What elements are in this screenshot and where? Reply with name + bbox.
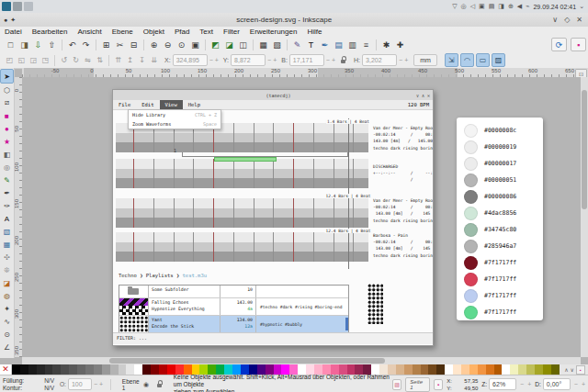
window-list-icon[interactable]: ▣	[479, 3, 485, 10]
zoom-input[interactable]: 62%	[489, 378, 516, 390]
rotation-plus-icon[interactable]: +	[582, 381, 585, 387]
select-all-layers-icon[interactable]: ◱	[16, 54, 28, 67]
scale-patterns-toggle[interactable]: ▨	[492, 53, 505, 67]
deselect-icon[interactable]: ◲	[28, 54, 40, 67]
height-field-input[interactable]: 3,202	[362, 54, 397, 66]
rotation-reset-icon[interactable]: ⟳	[551, 38, 567, 51]
close-icon[interactable]: ✕	[576, 16, 582, 24]
library-scrollbar-thumb[interactable]	[345, 318, 348, 330]
vertical-scrollbar[interactable]	[581, 77, 588, 357]
arrow-left-icon[interactable]: ◁	[470, 3, 475, 10]
palette-swatch[interactable]	[436, 364, 445, 375]
palette-swatch[interactable]	[445, 364, 453, 375]
redo-icon[interactable]: ↷	[79, 39, 93, 51]
spray-tool-icon[interactable]: ❊	[1, 263, 13, 276]
taskbar-launchers[interactable]	[2, 2, 33, 11]
palette-swatch[interactable]	[551, 364, 560, 375]
tray-expand-icon[interactable]: ⌄	[579, 3, 584, 10]
pencil-tool-icon[interactable]: ✎	[1, 174, 13, 186]
box3d-tool-icon[interactable]: ◧	[1, 148, 13, 161]
preferences-icon[interactable]: ✚	[393, 39, 407, 51]
open-document-icon[interactable]: ◨	[17, 39, 31, 51]
palette-swatch[interactable]	[151, 364, 159, 375]
palette-swatch[interactable]	[61, 364, 69, 375]
zoom-minus-icon[interactable]: −	[520, 381, 524, 387]
shape-builder-tool-icon[interactable]: ⧄	[1, 96, 13, 109]
command-toolbar-right[interactable]: ⟳▪	[551, 38, 586, 51]
palette-swatch[interactable]	[94, 364, 102, 375]
maximize-icon[interactable]: ◇	[564, 16, 570, 24]
zoom-control[interactable]: Z: 62% − +	[481, 378, 531, 390]
palette-swatch[interactable]	[428, 364, 436, 375]
zoom-out-icon[interactable]: ⊖	[161, 39, 175, 51]
palette-swatch[interactable]	[69, 364, 77, 375]
palette-swatch[interactable]	[510, 364, 518, 375]
palette-swatch[interactable]	[37, 364, 45, 375]
command-toolbar[interactable]: □◨⇩⇧↶↷⊞✂⊟⊕⊖⊙▣◩◪◫▦▧✎T✒▤▥≡✱✚ ⟳▪	[0, 37, 588, 53]
zoom-1to1-icon[interactable]: ⊙	[175, 39, 188, 51]
palette-swatch[interactable]	[518, 364, 526, 375]
zoom-tool-icon[interactable]: ⊙	[1, 328, 13, 341]
fill-tool-icon[interactable]: ◍	[1, 289, 13, 302]
palette-swatch[interactable]	[469, 364, 478, 375]
spiral-tool-icon[interactable]: ◎	[1, 161, 13, 174]
export-icon[interactable]: ⇧	[45, 39, 59, 51]
palette-swatch[interactable]	[478, 364, 486, 375]
horizontal-scrollbar-thumb[interactable]	[109, 358, 385, 364]
node-tool-icon[interactable]: ⬡	[1, 84, 13, 96]
tool-options-fields[interactable]: X:324,895−+Y:8,872−+B:17,171−+H:3,202−+	[160, 54, 408, 66]
dropper-tool-icon[interactable]: ✦	[1, 302, 13, 315]
lower-to-bottom-icon[interactable]: ⇊	[148, 54, 160, 67]
network-icon[interactable]: ⌁	[526, 3, 529, 10]
measure-tool-icon[interactable]: ∠	[1, 341, 13, 353]
palette-swatch[interactable]	[126, 364, 134, 375]
stroke-value[interactable]: N/V	[44, 385, 54, 392]
opacity-control[interactable]: O: 100 − +	[60, 378, 103, 390]
palette-swatch[interactable]	[102, 364, 110, 375]
rotation-minus-icon[interactable]: −	[574, 381, 578, 387]
text-dialog-icon[interactable]: T	[304, 39, 318, 51]
system-tray[interactable]: ▽◎◁▣▤◨⊕◀⌁	[452, 3, 529, 10]
palette-swatch[interactable]	[494, 364, 503, 375]
layer-name[interactable]: Ebene 1	[122, 378, 141, 391]
palette-swatch[interactable]	[12, 364, 20, 375]
fill-stroke-dialog-icon[interactable]: ✎	[290, 39, 304, 51]
palette-swatch[interactable]	[461, 364, 469, 375]
launcher-app-3[interactable]	[24, 2, 33, 11]
group-icon[interactable]: ▦	[256, 39, 270, 51]
palette-swatch[interactable]	[20, 364, 28, 375]
menu-erweiterungen[interactable]: Erweiterungen	[250, 28, 298, 36]
palette-scroll-up-icon[interactable]: ∧	[564, 366, 568, 373]
update-icon[interactable]: ⊕	[508, 3, 514, 10]
palette-swatch[interactable]	[404, 364, 413, 375]
palette-swatch[interactable]	[119, 364, 127, 375]
star-tool-icon[interactable]: ★	[1, 135, 13, 148]
menu-text[interactable]: Text	[199, 28, 213, 36]
align-dialog-icon[interactable]: ▥	[345, 39, 359, 51]
snap-dialog-icon[interactable]: ▪	[571, 38, 586, 51]
page-selector-button[interactable]: Seite 1	[405, 377, 429, 392]
palette-swatch[interactable]	[77, 364, 85, 375]
zoom-in-icon[interactable]: ⊕	[147, 39, 161, 51]
zoom-plus-icon[interactable]: +	[527, 381, 531, 387]
gradient-tool-icon[interactable]: ▧	[1, 225, 13, 238]
palette-swatch[interactable]	[453, 364, 461, 375]
flip-horizontal-icon[interactable]: ⇋	[82, 54, 94, 67]
mesh-tool-icon[interactable]: ▦	[1, 238, 13, 251]
notifier-icon[interactable]: ◎	[461, 3, 467, 10]
y-field-plus-icon[interactable]: +	[273, 57, 277, 63]
palette-swatch[interactable]	[110, 364, 119, 375]
rotate-ccw-icon[interactable]: ↺	[58, 54, 70, 67]
raise-to-top-icon[interactable]: ⇈	[112, 54, 124, 67]
palette-swatch[interactable]	[413, 364, 421, 375]
import-icon[interactable]: ⇩	[31, 39, 45, 51]
x-field[interactable]: X:324,895−+	[164, 54, 219, 66]
text-tool-icon[interactable]: A	[1, 212, 13, 225]
raise-icon[interactable]: ↥	[124, 54, 136, 67]
fill-stroke-indicator[interactable]: Füllung:N/V Kontur:N/V	[3, 377, 54, 392]
volume-icon[interactable]: ◀	[517, 3, 522, 10]
select-all-icon[interactable]: ◰	[4, 54, 16, 67]
paste-icon[interactable]: ⊟	[127, 39, 141, 51]
lower-icon[interactable]: ↧	[136, 54, 148, 67]
menu-bearbeiten[interactable]: Bearbeiten	[32, 28, 68, 36]
